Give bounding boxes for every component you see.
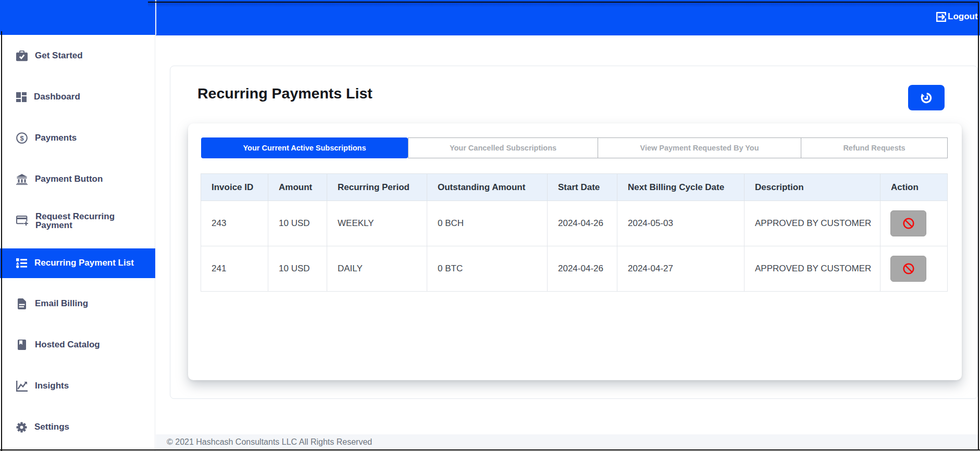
svg-text:$: $	[20, 134, 24, 142]
